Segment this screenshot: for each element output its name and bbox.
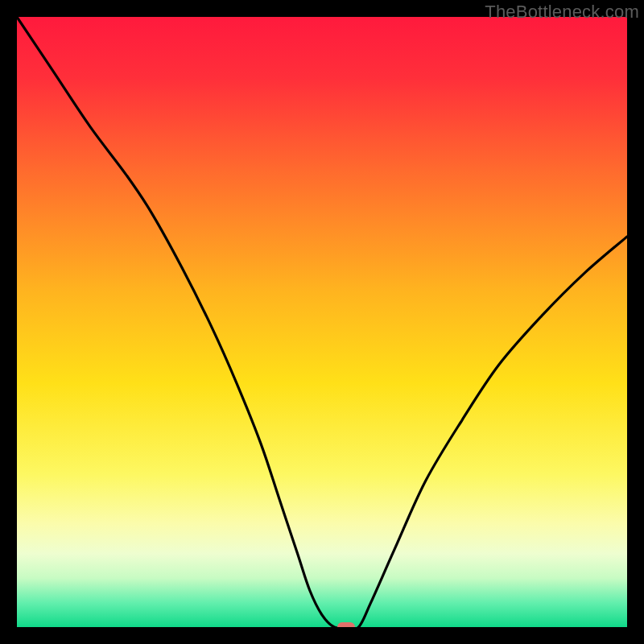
bottleneck-curve: [17, 17, 627, 627]
watermark-label: TheBottleneck.com: [485, 2, 639, 23]
chart-frame: TheBottleneck.com: [0, 0, 644, 644]
optimal-point-marker: [337, 622, 355, 627]
plot-area: [17, 17, 627, 627]
